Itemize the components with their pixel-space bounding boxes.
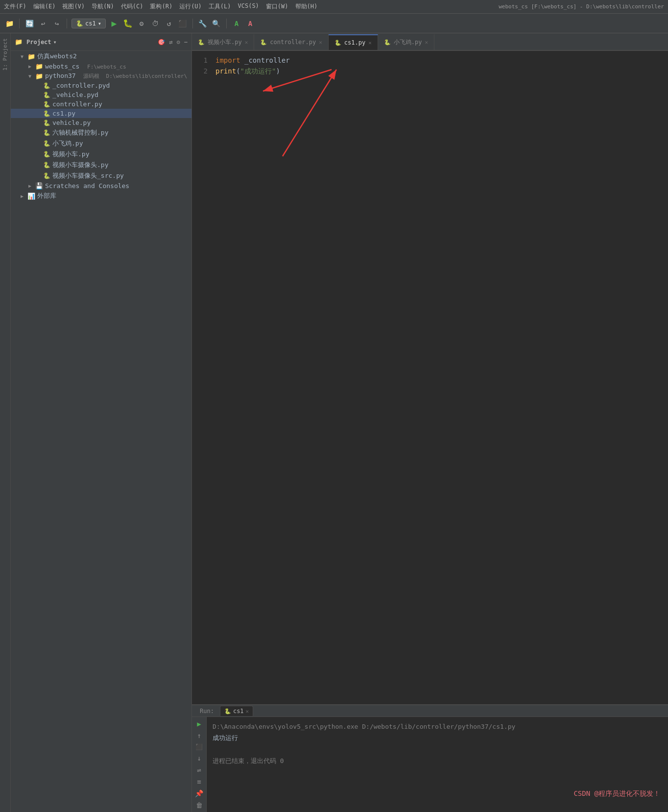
file-vehicle-pyd: _vehicle.pyd (52, 91, 98, 98)
profile-button[interactable]: ⏱ (150, 18, 161, 29)
menu-run[interactable]: 运行(U) (179, 2, 202, 11)
tab-controller[interactable]: 🐍 controller.py ✕ (254, 34, 329, 50)
run-stop-button[interactable]: ⬛ (195, 743, 203, 750)
stop-button[interactable]: ⬛ (177, 18, 188, 29)
tab-label-cs1: cs1.py (344, 39, 365, 46)
tab-close-cs1[interactable]: ✕ (368, 40, 372, 46)
project-dropdown-arrow[interactable]: ▾ (53, 39, 57, 46)
menu-help[interactable]: 帮助(H) (295, 2, 318, 11)
tab-close-controller[interactable]: ✕ (319, 39, 322, 46)
py-icon-5: 🐍 (43, 140, 50, 147)
wrench-icon[interactable]: 🔧 (197, 18, 208, 29)
menu-tools[interactable]: 工具(L) (209, 2, 231, 11)
reload-button[interactable]: ↺ (164, 18, 174, 29)
tree-root-folder[interactable]: ▼ 📁 仿真webots2 (11, 51, 191, 62)
translate2-icon[interactable]: A (245, 18, 256, 29)
scratches-icon: 💾 (35, 182, 43, 190)
settings-icon[interactable]: ⚙ (177, 39, 180, 46)
string-success: "成功运行" (240, 66, 276, 76)
tree-arrow-python: ▼ (28, 73, 35, 79)
run-scroll-up[interactable]: ↑ (197, 732, 201, 740)
tab-label-xiaofj: 小飞鸡.py (394, 38, 422, 47)
title-bar: 文件(F) 编辑(E) 视图(V) 导航(N) 代码(C) 重构(R) 运行(U… (0, 0, 668, 14)
project-header: 📁 Project ▾ 🎯 ⇄ ⚙ − (11, 33, 191, 51)
translate-icon[interactable]: A (231, 18, 242, 29)
toolbar-separator-1 (19, 19, 20, 28)
menu-vcs[interactable]: VCS(S) (238, 2, 259, 11)
tree-vehicle-py[interactable]: 🐍 vehicle.py (11, 118, 191, 127)
menu-bar: 文件(F) 编辑(E) 视图(V) 导航(N) 代码(C) 重构(R) 运行(U… (4, 2, 499, 11)
file-arm-py: 六轴机械臂控制.py (52, 128, 108, 137)
undo-icon[interactable]: ↩ (38, 18, 48, 29)
split-icon[interactable]: ⇄ (169, 39, 172, 46)
search-icon[interactable]: 🔍 (211, 18, 222, 29)
root-folder-icon: 📁 (27, 53, 35, 60)
menu-edit[interactable]: 编辑(E) (33, 2, 56, 11)
run-wrap-icon[interactable]: ⇌ (197, 766, 201, 774)
tab-cs1[interactable]: 🐍 cs1.py ✕ (329, 34, 378, 50)
tree-controller-py[interactable]: 🐍 controller.py (11, 99, 191, 109)
refresh-icon[interactable]: 🔄 (24, 18, 35, 29)
scratches-label: Scratches and Consoles (45, 182, 129, 190)
file-controller-py: controller.py (52, 100, 102, 108)
tree-cs1-py[interactable]: 🐍 cs1.py (11, 109, 191, 118)
run-button[interactable]: ▶ (109, 18, 119, 29)
code-editor[interactable]: 1 2 import _controller print ( "成功运行" ) (192, 51, 668, 704)
project-title: 📁 Project ▾ (15, 38, 57, 46)
open-folder-icon[interactable]: 📁 (4, 18, 15, 29)
run-tab-close[interactable]: ✕ (246, 708, 249, 715)
run-trash-icon[interactable]: 🗑 (196, 801, 203, 809)
coverage-button[interactable]: ⚙ (136, 18, 147, 29)
tree-python37[interactable]: ▼ 📁 python37 源码根 D:\webots\lib\controlle… (11, 71, 191, 81)
folder-icon: 📁 (15, 38, 23, 46)
file-vehicle-py: vehicle.py (52, 119, 91, 126)
project-header-icons: 🎯 ⇄ ⚙ − (158, 39, 188, 46)
tree-external-lib[interactable]: ▶ 📊 外部库 (11, 191, 191, 201)
run-config-dropdown[interactable]: 🐍 cs1 ▾ (72, 19, 106, 28)
tree-scratches[interactable]: ▶ 💾 Scratches and Consoles (11, 181, 191, 191)
left-tab-project[interactable]: 1: Project (2, 38, 8, 71)
run-again-button[interactable]: ▶ (197, 720, 201, 728)
menu-file[interactable]: 文件(F) (4, 2, 26, 11)
tree-arm-py[interactable]: 🐍 六轴机械臂控制.py (11, 127, 191, 138)
line-num-1: 1 (192, 55, 208, 66)
tree-python-label: python37 源码根 D:\webots\lib\controller\ (45, 72, 187, 80)
left-tabs: 1: Project (0, 33, 11, 812)
tab-icon-controller: 🐍 (260, 39, 267, 46)
tab-close-xiaofj[interactable]: ✕ (425, 39, 429, 46)
tree-video-car-py[interactable]: 🐍 视频小车.py (11, 149, 191, 160)
tab-close-video-car[interactable]: ✕ (245, 39, 248, 46)
menu-nav[interactable]: 导航(N) (92, 2, 114, 11)
debug-button[interactable]: 🐛 (122, 18, 133, 29)
tree-vehicle-pyd[interactable]: 🐍 _vehicle.pyd (11, 90, 191, 99)
run-pin-icon[interactable]: 📌 (195, 789, 203, 797)
menu-code[interactable]: 代码(C) (121, 2, 143, 11)
watermark: CSDN @程序员进化不脱发！ (573, 789, 660, 798)
file-video-car-py: 视频小车.py (52, 150, 89, 159)
py-icon-1: 🐍 (43, 101, 50, 108)
menu-refactor[interactable]: 重构(R) (150, 2, 172, 11)
tab-video-car[interactable]: 🐍 视频小车.py ✕ (192, 34, 254, 50)
webots-folder-icon: 📁 (35, 63, 43, 70)
run-scroll-down[interactable]: ↓ (197, 754, 201, 762)
run-tab-icon: 🐍 (224, 708, 231, 715)
minimize-icon[interactable]: − (184, 39, 188, 46)
dropdown-arrow-icon: ▾ (98, 20, 101, 27)
menu-view[interactable]: 视图(V) (62, 2, 85, 11)
paren-open: ( (236, 66, 240, 76)
tree-video-cam-src-py[interactable]: 🐍 视频小车摄像头_src.py (11, 170, 191, 181)
output-cmd-line: D:\Anaconda\envs\yolov5_src\python.exe D… (213, 721, 662, 732)
scope-icon[interactable]: 🎯 (158, 39, 165, 46)
pyd-icon-2: 🐍 (43, 92, 50, 98)
menu-window[interactable]: 窗口(W) (266, 2, 288, 11)
tree-controller-pyd[interactable]: 🐍 _controller.pyd (11, 81, 191, 90)
run-list-icon[interactable]: ≡ (197, 778, 201, 786)
tab-xiaofj[interactable]: 🐍 小飞鸡.py ✕ (378, 34, 434, 50)
tree-video-cam-py[interactable]: 🐍 视频小车摄像头.py (11, 160, 191, 170)
py-icon-4: 🐍 (43, 129, 50, 136)
redo-icon[interactable]: ↪ (51, 18, 62, 29)
run-tab-cs1[interactable]: 🐍 cs1 ✕ (220, 706, 253, 716)
py-icon-8: 🐍 (43, 172, 50, 179)
tree-webots-cs[interactable]: ▶ 📁 webots_cs F:\webots_cs (11, 62, 191, 71)
tree-xiaofj-py[interactable]: 🐍 小飞鸡.py (11, 138, 191, 149)
